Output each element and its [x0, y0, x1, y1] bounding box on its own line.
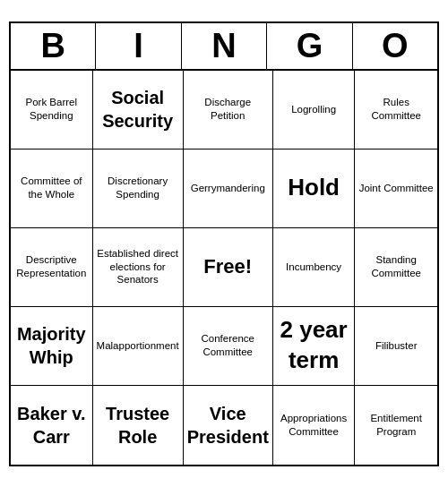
- cell-text-13: Incumbency: [286, 261, 341, 274]
- cell-text-18: 2 year term: [277, 315, 351, 376]
- cell-22: Vice President: [184, 386, 273, 465]
- cell-0: Pork Barrel Spending: [11, 71, 93, 150]
- cell-text-7: Gerrymandering: [191, 182, 265, 195]
- cell-3: Logrolling: [273, 71, 356, 150]
- cell-9: Joint Committee: [355, 150, 437, 228]
- cell-text-19: Filibuster: [375, 339, 418, 353]
- cell-14: Standing Committee: [355, 228, 437, 307]
- cell-10: Descriptive Representation: [11, 228, 93, 307]
- cell-text-4: Rules Committee: [358, 96, 434, 123]
- cell-text-17: Conference Committee: [187, 332, 269, 359]
- cell-text-6: Discretionary Spending: [97, 175, 179, 201]
- cell-text-9: Joint Committee: [359, 182, 434, 195]
- header-letter-o: O: [353, 23, 437, 69]
- cell-text-21: Trustee Role: [97, 402, 179, 449]
- cell-15: Majority Whip: [11, 307, 93, 386]
- cell-12: Free!: [184, 228, 273, 307]
- cell-18: 2 year term: [273, 307, 356, 386]
- cell-5: Committee of the Whole: [11, 150, 93, 228]
- cell-text-14: Standing Committee: [358, 253, 434, 280]
- cell-text-3: Logrolling: [291, 103, 336, 116]
- cell-text-11: Established direct elections for Senator…: [97, 247, 179, 287]
- cell-text-23: Appropriations Committee: [277, 412, 351, 439]
- cell-text-15: Majority Whip: [14, 322, 89, 369]
- cell-17: Conference Committee: [184, 307, 273, 386]
- cell-16: Malapportionment: [93, 307, 184, 386]
- cell-text-16: Malapportionment: [97, 339, 179, 353]
- bingo-header: BINGO: [11, 23, 437, 71]
- bingo-card: BINGO Pork Barrel SpendingSocial Securit…: [9, 21, 439, 466]
- header-letter-g: G: [267, 23, 352, 69]
- header-letter-n: N: [182, 23, 267, 69]
- cell-text-12: Free!: [203, 254, 252, 280]
- cell-13: Incumbency: [273, 228, 356, 307]
- cell-text-22: Vice President: [187, 402, 269, 449]
- cell-23: Appropriations Committee: [273, 386, 356, 465]
- cell-20: Baker v. Carr: [11, 386, 93, 465]
- cell-text-20: Baker v. Carr: [14, 402, 89, 449]
- cell-text-8: Hold: [288, 173, 340, 203]
- cell-2: Discharge Petition: [184, 71, 273, 150]
- cell-text-0: Pork Barrel Spending: [14, 96, 89, 123]
- cell-24: Entitlement Program: [355, 386, 437, 465]
- cell-text-10: Descriptive Representation: [14, 253, 89, 280]
- cell-text-5: Committee of the Whole: [14, 175, 89, 201]
- cell-1: Social Security: [93, 71, 184, 150]
- header-letter-i: I: [96, 23, 181, 69]
- cell-8: Hold: [273, 150, 356, 228]
- header-letter-b: B: [11, 23, 96, 69]
- cell-21: Trustee Role: [93, 386, 184, 465]
- cell-6: Discretionary Spending: [93, 150, 184, 228]
- cell-text-2: Discharge Petition: [187, 96, 269, 123]
- cell-text-24: Entitlement Program: [358, 412, 434, 439]
- cell-4: Rules Committee: [355, 71, 437, 150]
- bingo-grid: Pork Barrel SpendingSocial SecurityDisch…: [11, 71, 437, 465]
- cell-11: Established direct elections for Senator…: [93, 228, 184, 307]
- cell-19: Filibuster: [355, 307, 437, 386]
- cell-7: Gerrymandering: [184, 150, 273, 228]
- cell-text-1: Social Security: [97, 86, 179, 132]
